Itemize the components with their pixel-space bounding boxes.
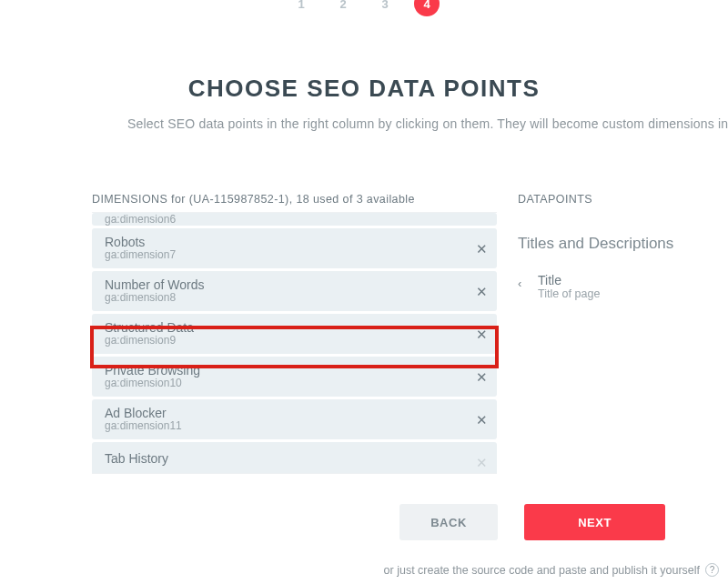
dimensions-list[interactable]: ga:dimension6 Robots ga:dimension7 ✕ Num… <box>92 212 497 474</box>
dimension-item[interactable]: Tab History ✕ <box>92 442 497 474</box>
datapoint-label: Title <box>538 273 718 287</box>
footer-note: or just create the source code and paste… <box>384 563 719 577</box>
close-icon[interactable]: ✕ <box>476 242 488 256</box>
step-3[interactable]: 3 <box>372 0 398 16</box>
datapoint-desc: Title of page <box>538 287 718 300</box>
step-4[interactable]: 4 <box>414 0 440 16</box>
dimension-name: Robots <box>105 235 470 249</box>
dimension-item[interactable]: Private Browsing ga:dimension10 ✕ <box>92 357 497 397</box>
back-button[interactable]: BACK <box>399 504 498 540</box>
dimension-name: Tab History <box>105 451 470 466</box>
dimension-name: Ad Blocker <box>105 406 470 420</box>
dimension-sub: ga:dimension10 <box>105 377 470 389</box>
dimension-name: Number of Words <box>105 277 470 292</box>
datapoints-header: DATAPOINTS <box>518 193 592 206</box>
dimension-sub: ga:dimension7 <box>105 248 470 261</box>
close-icon[interactable]: ✕ <box>476 285 488 298</box>
step-2[interactable]: 2 <box>330 0 356 16</box>
wizard-stepper: 1 2 3 4 <box>0 0 728 16</box>
page-title: CHOOSE SEO DATA POINTS <box>0 75 728 103</box>
close-icon[interactable]: ✕ <box>476 327 488 341</box>
page-subtitle: Select SEO data points in the right colu… <box>0 116 728 131</box>
dimension-sub: ga:dimension9 <box>105 334 470 347</box>
next-button[interactable]: NEXT <box>524 504 665 540</box>
dimension-item[interactable]: ga:dimension6 <box>92 213 497 226</box>
dimension-sub: ga:dimension11 <box>105 419 470 432</box>
datapoint-item[interactable]: ‹ Title Title of page <box>518 273 718 300</box>
dimension-item[interactable]: Robots ga:dimension7 ✕ <box>92 228 497 268</box>
dimension-sub: ga:dimension8 <box>105 291 470 304</box>
dimension-item-structured-data[interactable]: Structured Data ga:dimension9 ✕ <box>92 314 497 354</box>
footer-text: or just create the source code and paste… <box>384 564 700 577</box>
step-1[interactable]: 1 <box>288 0 314 16</box>
help-icon[interactable]: ? <box>705 563 719 577</box>
close-icon[interactable]: ✕ <box>476 370 488 384</box>
close-icon[interactable]: ✕ <box>476 413 488 427</box>
datapoint-group-title: Titles and Descriptions <box>518 235 673 253</box>
dimensions-header: DIMENSIONS for (UA-115987852-1), 18 used… <box>92 193 415 206</box>
dimension-name: Structured Data <box>105 320 470 335</box>
close-icon[interactable]: ✕ <box>476 456 488 469</box>
dimension-sub: ga:dimension6 <box>105 213 470 226</box>
dimension-item[interactable]: Number of Words ga:dimension8 ✕ <box>92 271 497 311</box>
dimension-item[interactable]: Ad Blocker ga:dimension11 ✕ <box>92 399 497 439</box>
dimension-name: Private Browsing <box>105 363 470 378</box>
chevron-left-icon[interactable]: ‹ <box>518 277 521 290</box>
